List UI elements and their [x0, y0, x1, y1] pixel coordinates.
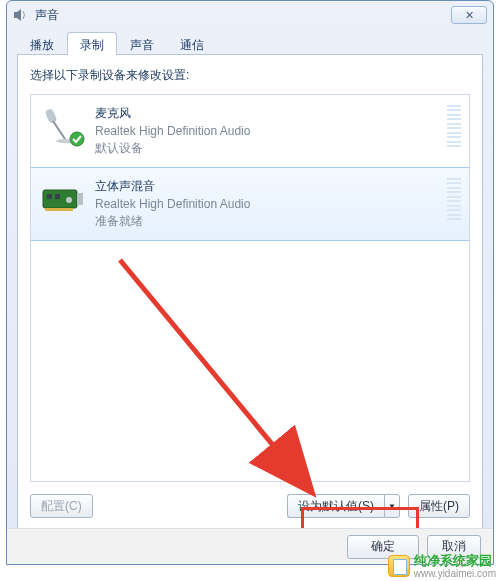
- tab-sounds[interactable]: 声音: [117, 32, 167, 57]
- configure-button[interactable]: 配置(C): [30, 494, 93, 518]
- tab-strip: 播放 录制 声音 通信: [17, 31, 483, 55]
- svg-point-5: [70, 132, 84, 146]
- close-button[interactable]: ✕: [451, 6, 487, 24]
- svg-rect-11: [77, 193, 83, 205]
- svg-rect-12: [45, 208, 73, 211]
- svg-rect-9: [55, 194, 60, 199]
- device-status: 默认设备: [95, 140, 441, 157]
- chevron-down-icon: ▼: [388, 502, 396, 511]
- set-default-split-button: 设为默认值(S) ▼: [287, 494, 400, 518]
- device-row-stereo-mix[interactable]: 立体声混音 Realtek High Definition Audio 准备就绪: [30, 167, 470, 241]
- svg-point-10: [66, 197, 72, 203]
- svg-rect-2: [44, 108, 57, 124]
- watermark-icon: [388, 555, 410, 577]
- device-status: 准备就绪: [95, 213, 441, 230]
- svg-line-3: [53, 121, 65, 139]
- sound-dialog: 声音 ✕ 播放 录制 声音 通信 选择以下录制设备来修改设置:: [6, 0, 494, 565]
- tab-panel-recording: 选择以下录制设备来修改设置: 麦克风 Realt: [17, 55, 483, 551]
- device-driver: Realtek High Definition Audio: [95, 124, 441, 138]
- close-icon: ✕: [465, 9, 474, 22]
- instruction-text: 选择以下录制设备来修改设置:: [30, 67, 470, 84]
- tab-playback[interactable]: 播放: [17, 32, 67, 57]
- watermark-text: 纯净系统家园: [414, 553, 492, 568]
- device-driver: Realtek High Definition Audio: [95, 197, 441, 211]
- level-meter: [447, 178, 461, 220]
- tab-communications[interactable]: 通信: [167, 32, 217, 57]
- set-default-button[interactable]: 设为默认值(S): [287, 494, 384, 518]
- device-list[interactable]: 麦克风 Realtek High Definition Audio 默认设备: [30, 94, 470, 482]
- dialog-title: 声音: [35, 7, 59, 24]
- svg-rect-0: [14, 12, 17, 18]
- soundcard-icon: [39, 178, 87, 218]
- watermark: 纯净系统家园 www.yidaimei.com: [388, 552, 496, 579]
- microphone-icon: [39, 105, 87, 145]
- tab-recording[interactable]: 录制: [67, 32, 117, 57]
- titlebar[interactable]: 声音 ✕: [7, 1, 493, 29]
- device-row-microphone[interactable]: 麦克风 Realtek High Definition Audio 默认设备: [31, 95, 469, 168]
- device-name: 立体声混音: [95, 178, 441, 195]
- speaker-icon: [13, 7, 29, 23]
- svg-rect-8: [47, 194, 52, 199]
- device-name: 麦克风: [95, 105, 441, 122]
- level-meter: [447, 105, 461, 147]
- panel-button-row: 配置(C) 设为默认值(S) ▼ 属性(P): [30, 494, 470, 518]
- watermark-url: www.yidaimei.com: [414, 568, 496, 579]
- properties-button[interactable]: 属性(P): [408, 494, 470, 518]
- set-default-dropdown[interactable]: ▼: [384, 494, 400, 518]
- svg-marker-1: [17, 9, 21, 21]
